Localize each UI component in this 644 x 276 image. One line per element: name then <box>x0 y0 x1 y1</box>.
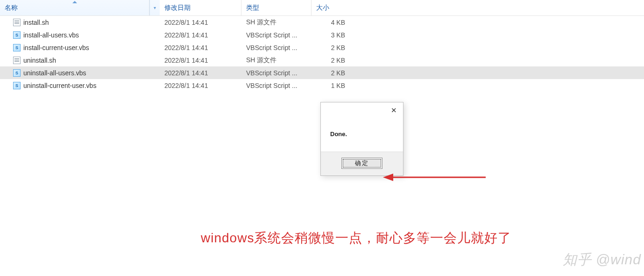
file-type-cell: VBScript Script ... <box>241 69 311 77</box>
file-date-cell: 2022/8/1 14:41 <box>160 57 241 64</box>
file-list: install.sh2022/8/1 14:41SH 源文件4 KBinstal… <box>0 16 644 92</box>
column-header-type-label: 类型 <box>246 4 259 12</box>
file-name-cell: install.sh <box>0 19 160 26</box>
file-type-cell: SH 源文件 <box>241 56 311 65</box>
file-name-label: install-current-user.vbs <box>23 44 89 51</box>
column-header-size[interactable]: 大小 <box>311 0 354 15</box>
dialog-titlebar: ✕ <box>321 102 403 118</box>
annotation-arrow-icon <box>383 170 486 184</box>
file-date-cell: 2022/8/1 14:41 <box>160 31 241 39</box>
file-date-cell: 2022/8/1 14:41 <box>160 82 241 89</box>
file-size-cell: 2 KB <box>311 69 354 77</box>
watermark-text: 知乎 @wind <box>563 250 642 269</box>
file-name-label: install.sh <box>23 19 49 26</box>
chevron-down-icon: ▾ <box>154 5 156 10</box>
column-header-name-label: 名称 <box>5 4 18 12</box>
dialog-close-button[interactable]: ✕ <box>384 102 403 118</box>
sort-ascending-icon <box>72 1 77 3</box>
file-size-cell: 4 KB <box>311 19 354 26</box>
dialog-message: Done. <box>321 118 403 152</box>
column-header-type[interactable]: 类型 <box>241 0 311 15</box>
vbs-file-icon <box>13 44 21 51</box>
column-header-name[interactable]: 名称 <box>0 0 149 15</box>
file-size-cell: 3 KB <box>311 31 354 39</box>
message-dialog: ✕ Done. 确定 <box>320 102 403 176</box>
file-date-cell: 2022/8/1 14:41 <box>160 44 241 51</box>
file-name-label: uninstall-all-users.vbs <box>23 69 86 77</box>
annotation-caption: windows系统会稍微慢一点，耐心多等一会儿就好了 <box>201 229 511 247</box>
column-header-date[interactable]: 修改日期 <box>160 0 241 15</box>
file-name-label: uninstall-current-user.vbs <box>23 82 96 89</box>
file-size-cell: 2 KB <box>311 44 354 51</box>
file-row[interactable]: install-all-users.vbs2022/8/1 14:41VBScr… <box>0 29 644 41</box>
file-size-cell: 1 KB <box>311 82 354 89</box>
file-row[interactable]: uninstall-all-users.vbs2022/8/1 14:41VBS… <box>0 66 644 79</box>
sh-file-icon <box>13 57 21 64</box>
file-name-cell: uninstall-all-users.vbs <box>0 69 160 77</box>
file-type-cell: VBScript Script ... <box>241 31 311 39</box>
file-name-label: install-all-users.vbs <box>23 31 79 39</box>
file-row[interactable]: install.sh2022/8/1 14:41SH 源文件4 KB <box>0 16 644 29</box>
file-row[interactable]: install-current-user.vbs2022/8/1 14:41VB… <box>0 41 644 54</box>
file-name-cell: uninstall-current-user.vbs <box>0 82 160 89</box>
close-icon: ✕ <box>391 106 397 115</box>
file-type-cell: VBScript Script ... <box>241 82 311 89</box>
file-name-cell: install-all-users.vbs <box>0 31 160 39</box>
file-name-label: uninstall.sh <box>23 57 56 64</box>
column-header-name-dropdown[interactable]: ▾ <box>149 0 160 15</box>
file-date-cell: 2022/8/1 14:41 <box>160 19 241 26</box>
file-type-cell: SH 源文件 <box>241 18 311 27</box>
file-type-cell: VBScript Script ... <box>241 44 311 51</box>
vbs-file-icon <box>13 69 21 77</box>
file-row[interactable]: uninstall-current-user.vbs2022/8/1 14:41… <box>0 79 644 92</box>
vbs-file-icon <box>13 82 21 89</box>
sh-file-icon <box>13 19 21 26</box>
column-header-size-label: 大小 <box>316 4 329 12</box>
vbs-file-icon <box>13 31 21 39</box>
file-size-cell: 2 KB <box>311 57 354 64</box>
dialog-ok-button[interactable]: 确定 <box>341 158 382 169</box>
file-date-cell: 2022/8/1 14:41 <box>160 69 241 77</box>
dialog-ok-label: 确定 <box>355 159 369 167</box>
svg-marker-1 <box>383 174 393 181</box>
file-row[interactable]: uninstall.sh2022/8/1 14:41SH 源文件2 KB <box>0 54 644 66</box>
column-header-date-label: 修改日期 <box>164 4 191 12</box>
file-name-cell: install-current-user.vbs <box>0 44 160 51</box>
column-header-row: 名称 ▾ 修改日期 类型 大小 <box>0 0 644 16</box>
file-name-cell: uninstall.sh <box>0 57 160 64</box>
